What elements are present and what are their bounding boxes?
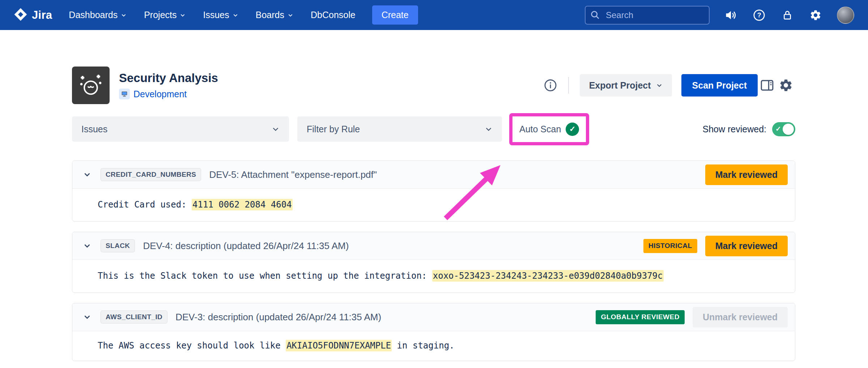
- search-input[interactable]: [585, 6, 710, 25]
- rule-badge: AWS_CLIENT_ID: [101, 311, 167, 324]
- page-settings-gear-icon[interactable]: [776, 76, 795, 95]
- settings-icon[interactable]: [809, 8, 822, 22]
- nav-item-dashboards[interactable]: Dashboards: [69, 10, 127, 20]
- toggle-knob: [783, 124, 794, 135]
- secret-highlight: xoxo-523423-234243-234233-e039d02840a0b9…: [432, 270, 664, 282]
- collapse-chevron-icon[interactable]: [82, 241, 92, 251]
- show-reviewed-toggle[interactable]: ✓: [772, 122, 795, 136]
- lock-icon[interactable]: [780, 8, 794, 22]
- mark-reviewed-button[interactable]: Mark reviewed: [705, 164, 788, 185]
- brand-name: Jira: [32, 9, 52, 22]
- show-reviewed-label: Show reviewed:: [703, 124, 766, 134]
- rule-filter-dropdown[interactable]: Filter by Rule: [297, 116, 502, 142]
- chevron-down-icon: [485, 125, 493, 133]
- auto-scan-label: Auto Scan: [519, 124, 561, 134]
- auto-scan-check-icon: ✓: [566, 123, 579, 136]
- issue-title: DEV-5: Attachment "expense-report.pdf": [209, 169, 377, 180]
- svg-text:?: ?: [757, 11, 761, 19]
- nav-item-dbconsole[interactable]: DbConsole: [311, 10, 356, 20]
- project-link[interactable]: Development: [133, 89, 187, 99]
- mark-reviewed-button[interactable]: Mark reviewed: [705, 236, 788, 256]
- chevron-down-icon: [272, 125, 280, 133]
- main-content: Security Analysis Development: [72, 67, 795, 368]
- help-icon[interactable]: ?: [752, 8, 766, 22]
- search-icon: [590, 10, 600, 21]
- chevron-down-icon: [656, 82, 663, 89]
- issue-card: CREDIT_CARD_NUMBERS DEV-5: Attachment "e…: [72, 161, 795, 222]
- nav-item-issues[interactable]: Issues: [203, 10, 238, 20]
- global-search: [585, 6, 710, 25]
- create-button[interactable]: Create: [372, 5, 418, 25]
- chevron-down-icon: [233, 12, 238, 18]
- user-avatar[interactable]: [837, 7, 854, 24]
- project-header: Security Analysis Development: [72, 67, 795, 104]
- issues-filter-dropdown[interactable]: Issues: [72, 116, 289, 142]
- secret-highlight: AKIAIO5FODNN7EXAMPLE: [286, 340, 392, 351]
- divider: [568, 77, 569, 94]
- unmark-reviewed-button[interactable]: Unmark reviewed: [693, 307, 788, 328]
- chevron-down-icon: [288, 12, 293, 18]
- issue-card-header[interactable]: AWS_CLIENT_ID DEV-3: description (update…: [72, 303, 795, 331]
- issue-title: DEV-4: description (updated 26/Apr/24 11…: [143, 240, 349, 252]
- chevron-down-icon: [121, 12, 127, 18]
- export-project-button[interactable]: Export Project: [580, 74, 672, 97]
- nav-menu: Dashboards Projects Issues Boards DbCons…: [69, 10, 355, 20]
- issue-title: DEV-3: description (updated 26/Apr/24 11…: [175, 312, 381, 323]
- project-mini-avatar-icon: [119, 89, 130, 99]
- info-icon[interactable]: [544, 78, 557, 92]
- jira-logo[interactable]: Jira: [14, 8, 52, 23]
- issue-card: SLACK DEV-4: description (updated 26/Apr…: [72, 232, 795, 293]
- collapse-chevron-icon[interactable]: [82, 312, 92, 322]
- auto-scan-control[interactable]: Auto Scan ✓: [519, 121, 580, 137]
- nav-item-boards[interactable]: Boards: [256, 10, 293, 20]
- finding-text: Credit Card used: 4111 0062 2084 4604: [72, 189, 795, 221]
- collapse-chevron-icon[interactable]: [82, 170, 92, 179]
- issue-card: AWS_CLIENT_ID DEV-3: description (update…: [72, 303, 795, 361]
- historical-badge: HISTORICAL: [643, 239, 697, 253]
- project-avatar: [72, 67, 110, 104]
- issue-card-header[interactable]: SLACK DEV-4: description (updated 26/Apr…: [72, 232, 795, 260]
- issue-card-header[interactable]: CREDIT_CARD_NUMBERS DEV-5: Attachment "e…: [72, 161, 795, 189]
- finding-text: The AWS access key should look like AKIA…: [72, 331, 795, 361]
- nav-item-projects[interactable]: Projects: [144, 10, 186, 20]
- toggle-check-icon: ✓: [775, 125, 781, 133]
- layout-sidebar-icon[interactable]: [758, 76, 776, 95]
- scan-project-button[interactable]: Scan Project: [681, 74, 758, 97]
- globally-reviewed-badge: GLOBALLY REVIEWED: [596, 310, 685, 324]
- filter-bar: Issues Filter by Rule Auto Scan ✓ Show r…: [72, 116, 795, 142]
- announcement-icon[interactable]: [724, 8, 738, 22]
- jira-logo-icon: [14, 8, 27, 23]
- rule-badge: SLACK: [101, 239, 135, 252]
- rule-badge: CREDIT_CARD_NUMBERS: [101, 168, 201, 181]
- top-nav: Jira Dashboards Projects Issues Boards D…: [0, 0, 868, 30]
- chevron-down-icon: [180, 12, 186, 18]
- page-title: Security Analysis: [119, 71, 218, 85]
- secret-highlight: 4111 0062 2084 4604: [192, 199, 293, 210]
- finding-text: This is the Slack token to use when sett…: [72, 260, 795, 292]
- findings-list: CREDIT_CARD_NUMBERS DEV-5: Attachment "e…: [72, 161, 795, 368]
